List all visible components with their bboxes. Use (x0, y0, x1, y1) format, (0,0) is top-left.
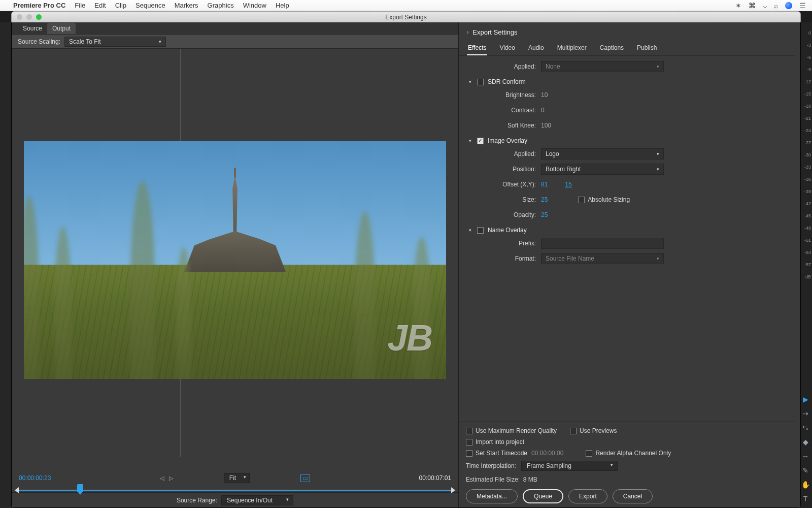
playhead[interactable] (77, 484, 83, 492)
prev-frame-icon[interactable]: ◁ (160, 475, 164, 482)
menu-file[interactable]: File (75, 2, 85, 9)
time-interp-dropdown[interactable]: Frame Sampling ▾ (521, 461, 618, 471)
in-point-handle[interactable] (15, 487, 19, 493)
checkbox-sdr-conform[interactable] (477, 79, 484, 85)
next-frame-icon[interactable]: ▷ (169, 475, 173, 482)
plugin-icon[interactable]: ✶ (735, 2, 741, 10)
cancel-button[interactable]: Cancel (613, 489, 653, 503)
app-name[interactable]: Premiere Pro CC (13, 2, 65, 9)
hand-tool-icon[interactable]: ✋ (801, 481, 810, 489)
menu-window[interactable]: Window (243, 2, 266, 9)
nameov-format-dropdown[interactable]: Source File Name▾ (541, 253, 664, 264)
preview-column: Source Output Source Scaling: Scale To F… (12, 22, 458, 507)
menu-list-icon[interactable]: ☰ (799, 2, 806, 10)
settings-column: › Export Settings Effects Video Audio Mu… (458, 22, 800, 507)
tab-multiplexer[interactable]: Multiplexer (556, 42, 588, 55)
source-range-value: Sequence In/Out (227, 497, 273, 504)
slip-tool-icon[interactable]: ↔ (802, 452, 809, 460)
spotlight-icon[interactable]: ⌕ (774, 2, 778, 10)
type-tool-icon[interactable]: T (803, 495, 808, 503)
imgov-offset-x[interactable]: 81 (541, 181, 548, 188)
tab-source[interactable]: Source (18, 23, 47, 34)
imgov-opacity-value[interactable]: 25 (541, 211, 548, 218)
imgov-applied-label: Applied: (481, 150, 536, 157)
applied-dropdown-none[interactable]: None ▾ (541, 61, 664, 72)
chevron-down-icon: ▾ (657, 256, 659, 261)
checkbox-use-previews[interactable] (570, 428, 577, 434)
chevron-down-icon: ▾ (244, 474, 246, 480)
checkbox-start-timecode[interactable] (466, 450, 472, 457)
checkbox-max-render-quality[interactable] (466, 428, 472, 434)
user-icon[interactable] (785, 2, 792, 9)
menu-sequence[interactable]: Sequence (136, 2, 165, 9)
tab-publish[interactable]: Publish (636, 42, 658, 55)
checkbox-absolute-sizing[interactable] (578, 197, 585, 203)
menu-edit[interactable]: Edit (94, 2, 106, 9)
imgov-size-label: Size: (481, 196, 536, 203)
export-button[interactable]: Export (568, 489, 607, 503)
out-point-handle[interactable] (451, 487, 455, 493)
source-scaling-dropdown[interactable]: Scale To Fit ▾ (64, 37, 166, 47)
time-interp-label: Time Interpolation: (466, 462, 516, 469)
timecode-in[interactable]: 00:00:00:23 (19, 474, 51, 482)
export-settings-header[interactable]: › Export Settings (459, 22, 795, 40)
section-name-overlay[interactable]: ▾ Name Overlay (467, 223, 793, 236)
window-title: Export Settings (12, 14, 800, 21)
imgov-size-value[interactable]: 25 (541, 196, 548, 203)
tab-audio[interactable]: Audio (527, 42, 545, 55)
tab-video[interactable]: Video (498, 42, 516, 55)
imgov-applied-dropdown[interactable]: Logo▾ (541, 148, 664, 160)
queue-button[interactable]: Queue (523, 489, 563, 503)
metadata-button[interactable]: Metadata... (466, 489, 518, 503)
source-range-dropdown[interactable]: Sequence In/Out ▾ (221, 495, 293, 505)
contrast-value[interactable]: 0 (541, 107, 545, 114)
tab-output[interactable]: Output (47, 23, 76, 34)
softknee-value[interactable]: 100 (541, 122, 551, 129)
wifi-icon[interactable]: ⌵ (763, 2, 767, 10)
tab-effects[interactable]: Effects (467, 42, 487, 55)
selection-tool-icon[interactable]: ▶ (803, 395, 808, 403)
checkbox-image-overlay[interactable] (477, 138, 484, 144)
time-interp-value: Frame Sampling (527, 462, 571, 469)
estimated-size-value: 8 MB (523, 476, 537, 483)
bottom-options: Use Maximum Render Quality Use Previews … (459, 422, 795, 507)
menu-markers[interactable]: Markers (175, 2, 198, 9)
source-scaling-row: Source Scaling: Scale To Fit ▾ (12, 35, 458, 49)
pen-tool-icon[interactable]: ✎ (802, 466, 808, 474)
preview-frame[interactable]: JB (24, 141, 446, 379)
sdr-conform-title: SDR Conform (488, 78, 526, 85)
estimated-size-row: Estimated File Size: 8 MB (466, 476, 788, 483)
nameov-prefix-input[interactable] (541, 238, 664, 249)
tab-captions[interactable]: Captions (599, 42, 625, 55)
absolute-sizing-label: Absolute Sizing (588, 196, 630, 203)
aspect-ratio-icon[interactable]: ▭ (300, 474, 310, 482)
section-sdr-conform[interactable]: ▾ SDR Conform (467, 74, 793, 87)
minimize-window-icon[interactable] (26, 14, 32, 20)
source-scaling-label: Source Scaling: (18, 38, 60, 45)
razor-tool-icon[interactable]: ◆ (803, 438, 808, 446)
ripple-tool-icon[interactable]: ⇢ (802, 409, 808, 418)
menu-clip[interactable]: Clip (115, 2, 126, 9)
checkbox-import-project[interactable] (466, 439, 472, 446)
menu-help[interactable]: Help (276, 2, 289, 9)
brightness-value[interactable]: 10 (541, 91, 548, 99)
menu-graphics[interactable]: Graphics (208, 2, 234, 9)
softknee-label: Soft Knee: (481, 122, 536, 129)
chevron-down-icon: ▾ (657, 64, 659, 69)
imgov-position-dropdown[interactable]: Bottom Right▾ (541, 164, 664, 175)
max-render-quality-label: Use Maximum Render Quality (476, 427, 557, 434)
chevron-right-icon: › (467, 29, 468, 35)
section-image-overlay[interactable]: ▾ Image Overlay (467, 133, 793, 146)
rate-stretch-icon[interactable]: ⇆ (802, 424, 808, 432)
checkbox-render-alpha[interactable] (586, 450, 592, 457)
timecode-out[interactable]: 00:00:07:01 (419, 474, 451, 482)
close-window-icon[interactable] (17, 14, 22, 20)
zoom-window-icon[interactable] (36, 14, 42, 20)
timeline-track[interactable] (19, 486, 451, 494)
creative-cloud-icon[interactable]: ⌘ (749, 2, 756, 10)
tool-strip: ▶ ⇢ ⇆ ◆ ↔ ✎ ✋ T (800, 395, 811, 503)
imgov-offset-y[interactable]: 15 (565, 181, 571, 188)
checkbox-name-overlay[interactable] (477, 227, 484, 234)
timeline-bar: 00:00:00:23 ◁ ▷ Fit ▾ ▭ 00:00:07:01 (12, 471, 458, 492)
zoom-fit-dropdown[interactable]: Fit ▾ (224, 473, 250, 483)
